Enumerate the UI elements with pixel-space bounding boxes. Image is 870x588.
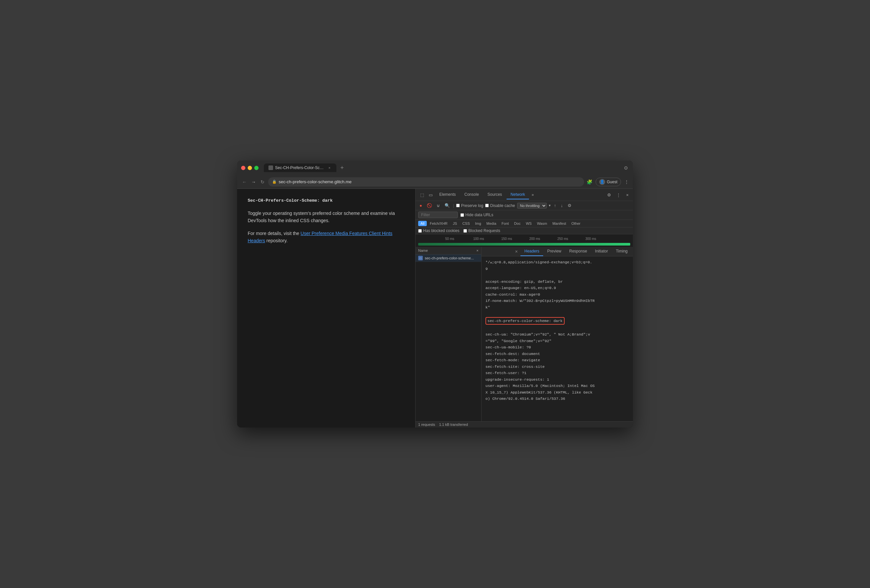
browser-window: Sec-CH-Prefers-Color-Schem... × + ⊙ ← → …: [237, 160, 633, 428]
header-line-2: 9: [486, 266, 629, 272]
throttling-select[interactable]: No throttling: [517, 203, 547, 209]
close-button[interactable]: [241, 166, 245, 170]
tab-close-icon[interactable]: ×: [327, 165, 332, 170]
requests-count: 1 requests: [418, 423, 435, 426]
tab-favicon: [268, 165, 273, 170]
disable-cache-checkbox[interactable]: [485, 204, 489, 207]
page-para2-suffix: repository.: [265, 238, 288, 243]
browser-menu-icon[interactable]: ⋮: [624, 179, 629, 184]
close-column-icon[interactable]: ×: [477, 248, 478, 252]
tab-network[interactable]: Network: [507, 190, 529, 199]
blocked-requests-group: Blocked Requests: [463, 229, 500, 233]
blocked-requests-checkbox[interactable]: [463, 229, 467, 233]
import-har-button[interactable]: ↑: [553, 202, 558, 209]
has-blocked-cookies-checkbox[interactable]: [418, 229, 422, 233]
tab-console[interactable]: Console: [460, 190, 483, 199]
type-filter-font[interactable]: Font: [499, 221, 511, 226]
browser-tab[interactable]: Sec-CH-Prefers-Color-Schem... ×: [264, 163, 337, 172]
more-tabs-icon[interactable]: »: [530, 191, 536, 198]
page-paragraph-2: For more details, visit the User Prefere…: [248, 230, 405, 245]
request-type-icon: □: [418, 256, 423, 260]
timeline-rulers: 50 ms 100 ms 150 ms 200 ms 250 ms 300 ms: [416, 235, 633, 243]
page-para2-prefix: For more details, visit the: [248, 231, 301, 236]
guest-button[interactable]: 👤 Guest: [596, 178, 621, 186]
record-button[interactable]: ●: [418, 202, 423, 209]
throttling-arrow: ▾: [549, 203, 551, 208]
headers-content: */⁎;q=0.8,application/signed-exchange;v=…: [481, 257, 633, 421]
type-filter-manifest[interactable]: Manifest: [550, 221, 569, 226]
header-cache-control: cache-control: max-age=0: [486, 291, 629, 298]
request-name: sec-ch-prefers-color-scheme...: [425, 256, 474, 260]
tab-sources[interactable]: Sources: [484, 190, 506, 199]
toolbar-divider: |: [453, 203, 454, 208]
header-sec-fetch-user: sec-fetch-user: ?1: [486, 370, 629, 376]
detail-close-button[interactable]: ×: [512, 248, 520, 255]
header-accept-encoding: accept-encoding: gzip, deflate, br: [486, 279, 629, 285]
type-filter-js[interactable]: JS: [450, 221, 459, 226]
inspect-element-icon[interactable]: ⬚: [418, 191, 426, 199]
detail-tab-headers[interactable]: Headers: [520, 247, 543, 256]
detail-tab-response[interactable]: Response: [565, 247, 591, 256]
header-sec-fetch-mode: sec-fetch-mode: navigate: [486, 357, 629, 364]
timeline-label-250ms: 250 ms: [557, 237, 568, 241]
new-tab-button[interactable]: +: [338, 165, 347, 171]
device-emulation-icon[interactable]: ▭: [427, 191, 435, 199]
filter-input[interactable]: [418, 212, 458, 218]
network-toolbar: ● 🚫 ⊍ 🔍 | Preserve log Disable cache No …: [416, 201, 633, 210]
maximize-button[interactable]: [254, 166, 259, 170]
page-paragraph-1: Toggle your operating system's preferred…: [248, 209, 405, 224]
request-list-item[interactable]: □ sec-ch-prefers-color-scheme...: [416, 254, 481, 262]
type-filter-ws[interactable]: WS: [523, 221, 534, 226]
header-if-none-match-2: k": [486, 304, 629, 311]
traffic-lights: [241, 166, 259, 170]
header-blank-3: [486, 325, 629, 331]
address-bar-right: 🧩 👤 Guest ⋮: [587, 178, 629, 186]
header-sec-ch-highlighted-line: sec-ch-prefers-color-scheme: dark: [486, 317, 629, 325]
guest-label: Guest: [607, 180, 617, 184]
detail-tab-initiator[interactable]: Initiator: [591, 247, 612, 256]
header-user-agent-3: o) Chrome/92.0.4514.0 Safari/537.36: [486, 395, 629, 402]
url-bar[interactable]: 🔒 sec-ch-prefers-color-scheme.glitch.me: [268, 177, 584, 187]
tab-bar: Sec-CH-Prefers-Color-Schem... × +: [264, 163, 620, 172]
header-user-agent-1: user-agent: Mozilla/5.0 (Macintosh; Inte…: [486, 383, 629, 389]
tab-elements[interactable]: Elements: [435, 190, 460, 199]
header-sec-ch-ua-2: ="99", "Google Chrome";v="92": [486, 338, 629, 344]
type-filter-media[interactable]: Media: [484, 221, 499, 226]
timeline-label-200ms: 200 ms: [529, 237, 540, 241]
network-settings-icon[interactable]: ⚙: [566, 202, 573, 209]
back-button[interactable]: ←: [241, 178, 248, 186]
hide-data-urls-checkbox[interactable]: [460, 213, 464, 217]
header-sec-fetch-dest: sec-fetch-dest: document: [486, 351, 629, 357]
minimize-button[interactable]: [248, 166, 252, 170]
devtools-right-actions: ⚙ ⋮ ×: [605, 192, 630, 198]
hide-data-urls-label: Hide data URLs: [465, 212, 493, 217]
preserve-log-checkbox[interactable]: [456, 204, 460, 207]
cast-icon[interactable]: ⊙: [623, 165, 629, 171]
type-filter-fetch-xhr[interactable]: Fetch/XHR: [428, 221, 450, 226]
export-har-button[interactable]: ↓: [559, 202, 564, 209]
devtools-more-icon[interactable]: ⋮: [615, 192, 622, 198]
detail-tabs: × Headers Preview Response Initiator Tim…: [481, 247, 633, 257]
type-filter-other[interactable]: Other: [569, 221, 583, 226]
type-filter-all[interactable]: All: [418, 221, 427, 226]
header-user-agent-2: X 10_15_7) AppleWebKit/537.36 (KHTML, li…: [486, 389, 629, 396]
type-filter-wasm[interactable]: Wasm: [535, 221, 550, 226]
search-button[interactable]: 🔍: [443, 202, 451, 209]
clear-button[interactable]: 🚫: [425, 202, 434, 209]
devtools-settings-icon[interactable]: ⚙: [605, 192, 613, 198]
devtools-tabs: ⬚ ▭ Elements Console Sources Network » ⚙…: [416, 189, 633, 201]
forward-button[interactable]: →: [250, 178, 257, 186]
type-filter-img[interactable]: Img: [473, 221, 484, 226]
page-code-line: Sec-CH-Prefers-Color-Scheme: dark: [248, 198, 405, 203]
request-list: Name × □ sec-ch-prefers-color-scheme...: [416, 247, 481, 421]
extension-icon[interactable]: 🧩: [587, 179, 592, 184]
transferred-size: 1.1 kB transferred: [439, 423, 468, 426]
detail-tab-preview[interactable]: Preview: [543, 247, 565, 256]
type-filter-doc[interactable]: Doc: [512, 221, 523, 226]
type-filter-css[interactable]: CSS: [460, 221, 472, 226]
reload-button[interactable]: ↻: [259, 178, 265, 186]
detail-tab-timing[interactable]: Timing: [612, 247, 632, 256]
filter-toggle-button[interactable]: ⊍: [435, 202, 441, 209]
devtools-close-icon[interactable]: ×: [624, 192, 630, 198]
title-bar-right: ⊙: [623, 165, 629, 171]
